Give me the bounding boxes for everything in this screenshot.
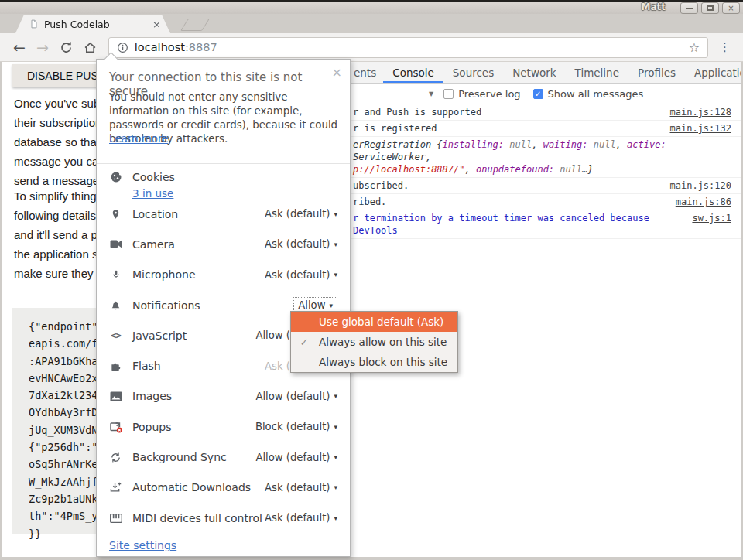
- preserve-log-checkbox[interactable]: [443, 89, 454, 99]
- console-message-line: erRegistration {installing: null, waitin…: [353, 138, 731, 163]
- console-source-link[interactable]: main.js:120: [670, 179, 731, 192]
- dropdown-arrow-icon: ▾: [334, 241, 337, 248]
- permission-select-midi[interactable]: Ask (default)▾: [265, 512, 337, 524]
- permission-value-label: Block (default): [255, 421, 330, 432]
- text-line: message you ca: [14, 152, 101, 171]
- popup-close-icon[interactable]: ×: [332, 67, 342, 79]
- dropdown-arrow-icon: ▾: [334, 423, 337, 431]
- cookies-label: Cookies: [132, 171, 175, 183]
- check-icon: ✓: [296, 336, 313, 348]
- cookie-icon: [109, 171, 122, 183]
- preserve-log-label: Preserve log: [458, 88, 520, 100]
- permission-select-images[interactable]: Allow (default)▾: [255, 391, 337, 402]
- location-icon: [109, 208, 122, 220]
- permission-value-label: Ask (default): [265, 512, 330, 524]
- permission-label-background-sync: Background Sync: [132, 451, 255, 463]
- devtools-tab-elements-fragment[interactable]: ents: [351, 62, 383, 83]
- permission-row-images: ImagesAllow (default)▾: [97, 381, 350, 411]
- tab-close-icon[interactable]: ×: [152, 19, 161, 30]
- text-line: database so that: [14, 132, 101, 152]
- console-message: r and Push is supportedmain.js:128: [351, 104, 741, 121]
- browser-menu-icon[interactable]: ⋮: [719, 40, 731, 54]
- permission-value-label: Allow (default): [255, 452, 330, 463]
- address-bar[interactable]: localhost :8887 ☆: [108, 37, 708, 58]
- permission-select-popups[interactable]: Block (default)▾: [255, 421, 337, 432]
- permission-select-camera[interactable]: Ask (default)▾: [265, 238, 337, 250]
- permission-select-background-sync[interactable]: Allow (default)▾: [255, 452, 337, 463]
- console-source-link[interactable]: main.js:132: [670, 122, 731, 135]
- console-message: r termination by a timeout timer was can…: [351, 210, 741, 239]
- dropdown-option-2[interactable]: ✓Always allow on this site: [291, 332, 457, 352]
- maximize-icon: [707, 5, 714, 11]
- permission-value-label: Ask (default): [265, 269, 330, 281]
- console-message-text: r and Push is supported: [353, 106, 661, 118]
- site-settings-link[interactable]: Site settings: [109, 539, 176, 551]
- console-source-link[interactable]: main.js:128: [670, 106, 731, 118]
- tab-strip: Push Codelab ×: [0, 14, 743, 33]
- minimize-button[interactable]: [680, 2, 698, 14]
- permission-label-midi: MIDI devices full control: [132, 512, 265, 524]
- page-paragraph: To simplify thingsfollowing detailsand i…: [14, 186, 104, 283]
- reload-button[interactable]: [60, 41, 73, 54]
- dropdown-option-label: Always allow on this site: [319, 336, 447, 348]
- console-source-link[interactable]: main.js:86: [676, 196, 731, 208]
- permission-value-label: Ask (default): [265, 482, 330, 493]
- text-line: and it'll send a pu: [14, 225, 104, 244]
- permission-row-location: LocationAsk (default)▾: [97, 199, 350, 229]
- popups-icon: [109, 421, 122, 433]
- dropdown-option-1[interactable]: Use global default (Ask): [291, 312, 457, 332]
- popup-divider: [97, 163, 350, 164]
- window-close-button[interactable]: ×: [722, 2, 740, 14]
- console-message-line: r is registered: [353, 122, 661, 135]
- back-button[interactable]: ←: [13, 40, 26, 55]
- console-message: ubscribed.main.js:120: [351, 178, 741, 194]
- permission-label-camera: Camera: [132, 238, 265, 251]
- dropdown-arrow-icon: ▾: [334, 514, 337, 522]
- permission-select-microphone[interactable]: Ask (default)▾: [265, 269, 337, 281]
- page-favicon-icon: [29, 19, 39, 29]
- devtools-tab-sources[interactable]: Sources: [443, 62, 503, 83]
- permission-select-location[interactable]: Ask (default)▾: [265, 208, 337, 220]
- devtools-tab-network[interactable]: Network: [503, 62, 565, 83]
- devtools-tab-console[interactable]: Console: [383, 62, 443, 83]
- permission-label-flash: Flash: [132, 360, 265, 372]
- new-tab-button[interactable]: [180, 19, 210, 31]
- console-message-text: r is registered: [353, 122, 661, 135]
- console-source-link[interactable]: sw.js:1: [692, 212, 731, 224]
- permission-select-automatic-downloads[interactable]: Ask (default)▾: [265, 482, 337, 493]
- learn-more-link[interactable]: Learn more: [109, 133, 168, 145]
- show-all-messages-checkbox[interactable]: ✓: [533, 89, 543, 99]
- filter-dropdown-icon[interactable]: ▼: [429, 90, 433, 97]
- dropdown-arrow-icon: ▾: [334, 392, 337, 400]
- site-info-icon[interactable]: [117, 42, 128, 53]
- camera-icon: [109, 238, 122, 251]
- permission-row-popups: PopupsBlock (default)▾: [97, 411, 350, 442]
- minimize-icon: [686, 8, 693, 9]
- maximize-button[interactable]: [701, 2, 719, 14]
- midi-icon: [109, 512, 122, 524]
- dropdown-option-3[interactable]: Always block on this site: [291, 352, 457, 372]
- console-message: erRegistration {installing: null, waitin…: [351, 137, 741, 178]
- console-message-line: ubscribed.: [353, 179, 661, 192]
- flash-icon: [109, 360, 122, 372]
- window-titlebar: Matt ×: [0, 0, 743, 14]
- devtools-tab-application[interactable]: Application: [685, 62, 741, 83]
- bookmark-star-icon[interactable]: ☆: [689, 40, 700, 55]
- notifications-dropdown-menu: Use global default (Ask)✓Always allow on…: [290, 311, 458, 373]
- javascript-icon: <>: [109, 330, 122, 342]
- dropdown-arrow-icon: ▾: [334, 271, 337, 278]
- console-message-line: r termination by a timeout timer was can…: [353, 212, 683, 237]
- devtools-tab-profiles[interactable]: Profiles: [628, 62, 685, 83]
- automatic-downloads-icon: [109, 481, 122, 493]
- permission-label-images: Images: [132, 390, 255, 402]
- tab-title: Push Codelab: [44, 19, 152, 30]
- home-button[interactable]: [84, 41, 97, 54]
- devtools-panel: ents ConsoleSourcesNetworkTimelineProfil…: [351, 62, 741, 557]
- devtools-tab-timeline[interactable]: Timeline: [566, 62, 628, 83]
- cookies-in-use-link[interactable]: 3 in use: [132, 187, 173, 200]
- forward-button[interactable]: →: [36, 40, 49, 55]
- browser-tab[interactable]: Push Codelab ×: [15, 15, 170, 33]
- window-close-icon: ×: [728, 5, 734, 12]
- dropdown-option-label: Use global default (Ask): [319, 316, 443, 328]
- permission-label-javascript: JavaScript: [132, 330, 255, 342]
